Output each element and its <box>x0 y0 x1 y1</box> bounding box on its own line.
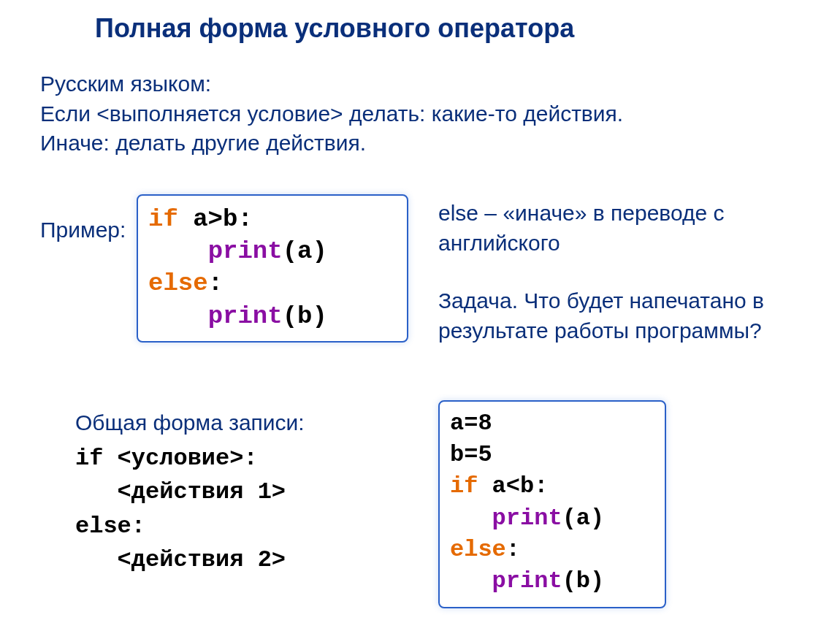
indent <box>148 237 208 265</box>
arg: (a) <box>283 237 327 265</box>
kw-if: if <box>148 205 193 233</box>
code2-line-4: print(a) <box>450 502 654 534</box>
task-code-box: a=8 b=5 if a<b: print(a) else: print(b) <box>438 400 666 608</box>
code-example-box: if a>b: print(a) else: print(b) <box>137 194 408 343</box>
arg: (a) <box>562 505 605 532</box>
assign-b: b=5 <box>450 441 492 468</box>
intro-text: Русским языком: Если <выполняется услови… <box>40 69 807 158</box>
code2-line-1: a=8 <box>450 408 654 439</box>
code-line-4: print(b) <box>148 300 397 332</box>
code2-line-5: else: <box>450 534 654 565</box>
code2-line-3: if a<b: <box>450 470 654 502</box>
page-title: Полная форма условного оператора <box>95 13 574 44</box>
code-line-3: else: <box>148 267 397 299</box>
example-label: Пример: <box>40 218 126 242</box>
arg: (b) <box>283 302 327 330</box>
kw-else: else <box>450 536 506 563</box>
cond: a>b: <box>193 205 253 233</box>
intro-line-3: Иначе: делать другие действия. <box>40 129 807 158</box>
else-note: else – «иначе» в переводе с английского <box>438 199 811 258</box>
indent <box>450 505 492 532</box>
arg: (b) <box>562 567 605 594</box>
intro-line-1: Русским языком: <box>40 69 807 99</box>
kw-print: print <box>208 302 283 330</box>
cond: a<b: <box>492 473 549 500</box>
code-line-2: print(a) <box>148 235 397 267</box>
colon: : <box>506 536 520 563</box>
kw-else: else <box>148 269 208 297</box>
code2-line-6: print(b) <box>450 565 654 597</box>
kw-if: if <box>450 473 492 500</box>
code2-line-2: b=5 <box>450 439 654 470</box>
slide: Полная форма условного оператора Русским… <box>0 0 840 631</box>
general-form-code: if <условие>: <действия 1> else: <действ… <box>75 442 286 578</box>
general-form-label: Общая форма записи: <box>75 410 305 435</box>
code-line-1: if a>b: <box>148 203 397 235</box>
task-text: Задача. Что будет напечатано в результат… <box>438 286 825 345</box>
kw-print: print <box>208 237 283 265</box>
intro-line-2: Если <выполняется условие> делать: какие… <box>40 99 807 129</box>
indent <box>450 567 492 594</box>
colon: : <box>208 269 223 297</box>
indent <box>148 302 208 330</box>
assign-a: a=8 <box>450 410 492 437</box>
kw-print: print <box>492 567 562 594</box>
kw-print: print <box>492 505 562 532</box>
